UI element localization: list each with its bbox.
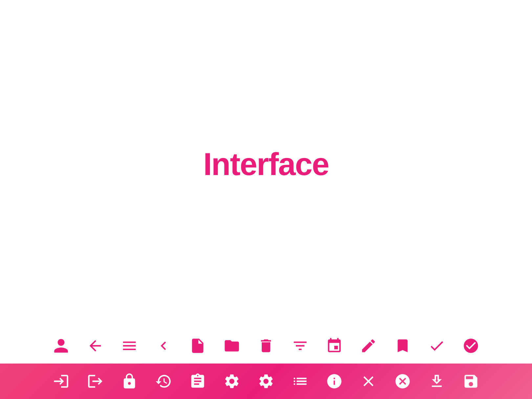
lock-icon[interactable] <box>121 373 138 390</box>
bookmark-icon[interactable] <box>394 337 411 354</box>
trash-icon[interactable] <box>257 337 275 354</box>
edit-icon[interactable] <box>360 337 377 354</box>
download-icon[interactable] <box>428 373 445 390</box>
title-area: Interface <box>0 0 532 328</box>
history-icon[interactable] <box>155 373 172 390</box>
settings-icon[interactable] <box>223 373 240 390</box>
user-icon[interactable] <box>53 337 70 354</box>
main-content: Interface <box>0 0 532 399</box>
arrow-left-icon[interactable] <box>87 337 104 354</box>
calendar-icon[interactable] <box>326 337 343 354</box>
white-icon-row <box>0 328 532 364</box>
settings-alt-icon[interactable] <box>257 373 275 390</box>
page-title: Interface <box>203 146 329 182</box>
chevron-left-icon[interactable] <box>155 337 172 354</box>
menu-icon[interactable] <box>121 337 138 354</box>
save-icon[interactable] <box>462 373 479 390</box>
logout-icon[interactable] <box>87 373 104 390</box>
folder-icon[interactable] <box>223 337 240 354</box>
dashboard-icon[interactable] <box>326 373 343 390</box>
cancel-circle-icon[interactable] <box>394 373 411 390</box>
clipboard-icon[interactable] <box>189 373 206 390</box>
circle-check-icon[interactable] <box>462 337 479 354</box>
pink-icon-row <box>0 364 532 399</box>
list-icon[interactable] <box>292 373 309 390</box>
login-icon[interactable] <box>53 373 70 390</box>
checkmark-icon[interactable] <box>428 337 445 354</box>
document-icon[interactable] <box>189 337 206 354</box>
filter-icon[interactable] <box>292 337 309 354</box>
close-icon[interactable] <box>360 373 377 390</box>
